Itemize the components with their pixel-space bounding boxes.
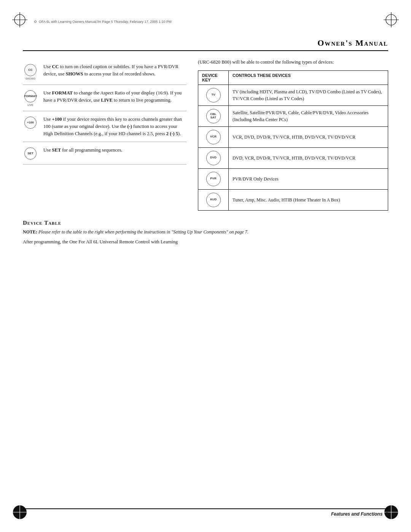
feature-text-2: Use +100 if your device requires this ke… bbox=[43, 116, 186, 137]
col-header-controls: CONTROLS THESE DEVICES bbox=[229, 70, 388, 85]
device-table-heading: Device Table bbox=[23, 220, 388, 226]
device-desc-cell-4: PVR/DVR Only Devices bbox=[229, 168, 388, 189]
device-table-row-5: AUDTuner, Amp, Misc. Audio, HTIB (Home T… bbox=[198, 189, 388, 210]
feature-button-circle-2: +100 bbox=[24, 117, 37, 129]
device-table-row-4: PVRPVR/DVR Only Devices bbox=[198, 168, 388, 189]
feature-button-icon-0: CCSHOWS bbox=[23, 64, 38, 80]
device-table-row-2: VCRVCR, DVD, DVD/R, TV/VCR, HTIB, DVD/VC… bbox=[198, 126, 388, 147]
device-btn-5: AUD bbox=[206, 193, 221, 207]
device-desc-cell-0: TV (including HDTV, Plasma and LCD), TV/… bbox=[229, 85, 388, 105]
page: OFA 6L with Learning Owners Manual.fm Pa… bbox=[0, 0, 411, 532]
corner-mark-tr bbox=[382, 11, 400, 29]
feature-row-1: FORMATLIVEUse FORMAT to change the Aspec… bbox=[23, 85, 186, 111]
title-bar: Owner's Manual bbox=[23, 38, 388, 51]
device-desc-cell-1: Satellite, Satellite/PVR/DVR, Cable, Cab… bbox=[229, 105, 388, 126]
device-table-row-1: CBL SATSatellite, Satellite/PVR/DVR, Cab… bbox=[198, 105, 388, 126]
device-key-cell-1: CBL SAT bbox=[198, 105, 229, 126]
device-btn-2: VCR bbox=[206, 130, 221, 144]
corner-mark-tl bbox=[11, 11, 29, 29]
device-desc-cell-2: VCR, DVD, DVD/R, TV/VCR, HTIB, DVD/VCR, … bbox=[229, 126, 388, 147]
feature-button-icon-1: FORMATLIVE bbox=[23, 90, 38, 106]
features-list: CCSHOWSUse CC to turn on closed caption … bbox=[23, 59, 186, 165]
device-btn-3: DVD bbox=[206, 151, 221, 165]
device-key-cell-5: AUD bbox=[198, 189, 229, 210]
device-key-cell-0: TV bbox=[198, 85, 229, 105]
col-header-device-key: DEVICE KEY bbox=[198, 70, 229, 85]
feature-button-sub-0: SHOWS bbox=[25, 77, 35, 80]
device-btn-0: TV bbox=[206, 88, 221, 102]
feature-row-3: SETUse SET for all programming sequences… bbox=[23, 142, 186, 165]
feature-text-1: Use FORMAT to change the Aspect Ratio of… bbox=[43, 89, 186, 104]
device-key-cell-4: PVR bbox=[198, 168, 229, 189]
device-table-row-0: TVTV (including HDTV, Plasma and LCD), T… bbox=[198, 85, 388, 105]
right-column: (URC-6820 B00) will be able to control t… bbox=[198, 59, 388, 211]
feature-text-0: Use CC to turn on closed caption or subt… bbox=[43, 63, 186, 78]
device-key-cell-2: VCR bbox=[198, 126, 229, 147]
footer-label: Features and Functions bbox=[331, 511, 382, 517]
device-desc-cell-5: Tuner, Amp, Misc. Audio, HTIB (Home Thea… bbox=[229, 189, 388, 210]
main-content: Owner's Manual CCSHOWSUse CC to turn on … bbox=[23, 38, 388, 502]
feature-button-sub-1: LIVE bbox=[27, 104, 33, 106]
footer-page-number: 5 bbox=[386, 511, 388, 517]
body-text: After programming, the One For All 6L Un… bbox=[23, 238, 388, 246]
note-text: NOTE: Please refer to the table to the r… bbox=[23, 228, 388, 235]
left-column: CCSHOWSUse CC to turn on closed caption … bbox=[23, 59, 186, 165]
page-footer: Features and Functions 5 bbox=[23, 508, 388, 517]
feature-button-circle-0: CC bbox=[24, 64, 37, 76]
content-columns: CCSHOWSUse CC to turn on closed caption … bbox=[23, 59, 388, 211]
device-table-row-3: DVDDVD, VCR, DVD/R, TV/VCR, HTIB, DVD/VC… bbox=[198, 147, 388, 168]
feature-row-2: +100Use +100 if your device requires thi… bbox=[23, 111, 186, 142]
device-key-cell-3: DVD bbox=[198, 147, 229, 168]
feature-button-icon-2: +100 bbox=[23, 117, 38, 129]
feature-row-0: CCSHOWSUse CC to turn on closed caption … bbox=[23, 59, 186, 85]
device-btn-4: PVR bbox=[206, 172, 221, 186]
file-info: OFA 6L with Learning Owners Manual.fm Pa… bbox=[39, 20, 172, 24]
device-table-section: Device Table NOTE: Please refer to the t… bbox=[23, 220, 388, 246]
device-btn-1: CBL SAT bbox=[206, 109, 221, 123]
feature-button-icon-3: SET bbox=[23, 147, 38, 160]
top-meta: OFA 6L with Learning Owners Manual.fm Pa… bbox=[34, 20, 377, 24]
intro-text: (URC-6820 B00) will be able to control t… bbox=[198, 59, 388, 66]
note-body: Please refer to the table to the right w… bbox=[38, 229, 249, 235]
feature-button-circle-3: SET bbox=[24, 147, 37, 160]
page-title: Owner's Manual bbox=[317, 38, 388, 48]
feature-button-circle-1: FORMAT bbox=[24, 90, 37, 102]
device-desc-cell-3: DVD, VCR, DVD/R, TV/VCR, HTIB, DVD/VCR, … bbox=[229, 147, 388, 168]
device-table: DEVICE KEY CONTROLS THESE DEVICES TVTV (… bbox=[198, 70, 388, 211]
feature-text-3: Use SET for all programming sequences. bbox=[43, 147, 186, 154]
device-table-body: TVTV (including HDTV, Plasma and LCD), T… bbox=[198, 85, 388, 210]
